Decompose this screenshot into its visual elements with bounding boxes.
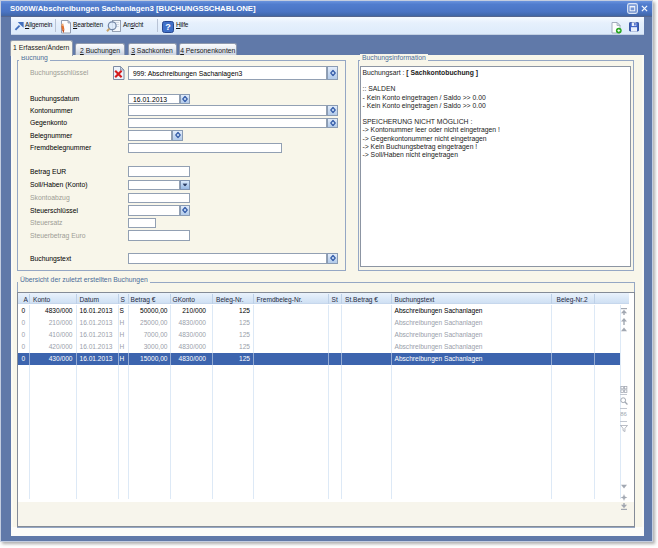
svg-text:?: ? <box>165 22 171 32</box>
